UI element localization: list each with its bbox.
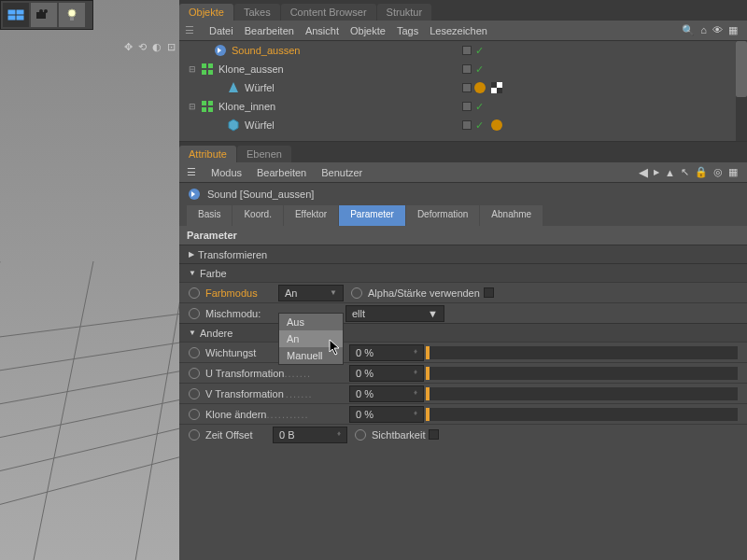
enable-check-icon[interactable]: ✓ xyxy=(475,101,484,113)
hierarchy-scrollbar[interactable] xyxy=(736,41,747,141)
spinner-icon[interactable]: ♦ xyxy=(414,388,417,399)
spinner-icon[interactable]: ♦ xyxy=(337,429,341,441)
group-transformieren[interactable]: ▶Transformieren xyxy=(179,245,747,263)
search-icon[interactable]: ↖ xyxy=(681,166,689,178)
group-andere[interactable]: ▼Andere xyxy=(179,323,747,342)
farbmodus-select[interactable]: An▼ xyxy=(278,285,344,301)
viewport-nav-icons[interactable]: ✥⟲◐⊡ xyxy=(124,41,176,53)
enable-check-icon[interactable]: ✓ xyxy=(475,119,484,132)
visibility-toggle[interactable] xyxy=(462,83,472,92)
menu-tags[interactable]: Tags xyxy=(397,25,418,36)
label-alpha: Alpha/Stärke verwenden xyxy=(368,287,480,299)
texture-tag-icon[interactable] xyxy=(489,80,504,95)
spinner-icon[interactable]: ♦ xyxy=(414,409,417,420)
material-tag-icon[interactable] xyxy=(472,80,487,95)
menu-ansicht[interactable]: Ansicht xyxy=(305,25,339,36)
object-hierarchy[interactable]: Sound_aussen ✓ ⊟ Klone_aussen ✓ Würfel ✓… xyxy=(179,41,747,142)
ptab-deformation[interactable]: Deformation xyxy=(406,205,479,226)
visibility-toggle[interactable] xyxy=(462,102,472,111)
vtrans-slider[interactable] xyxy=(426,387,738,400)
ptab-abnahme[interactable]: Abnahme xyxy=(480,205,543,226)
tab-struktur[interactable]: Struktur xyxy=(377,4,432,21)
spinner-icon[interactable]: ♦ xyxy=(414,368,417,379)
material-tag-icon[interactable] xyxy=(489,118,504,133)
hierarchy-row-wuerfel1[interactable]: Würfel ✓ xyxy=(179,78,747,97)
anim-radio[interactable] xyxy=(351,287,362,299)
nav-up-icon[interactable]: ▲ xyxy=(665,167,675,178)
utrans-slider[interactable] xyxy=(426,367,738,380)
klone-slider[interactable] xyxy=(426,408,738,421)
spinner-icon[interactable]: ♦ xyxy=(414,347,417,358)
tab-takes[interactable]: Takes xyxy=(234,4,280,21)
search-icon[interactable]: 🔍 xyxy=(682,24,695,36)
farbmodus-dropdown-popup[interactable]: Aus An Manuell xyxy=(278,313,344,365)
enable-check-icon[interactable]: ✓ xyxy=(475,45,484,57)
visibility-toggle[interactable] xyxy=(462,120,472,130)
tab-attribute[interactable]: Attribute xyxy=(179,146,236,162)
hierarchy-row-sound[interactable]: Sound_aussen ✓ xyxy=(179,41,747,60)
viewport-3d[interactable]: ✥⟲◐⊡ xyxy=(0,0,179,560)
option-an[interactable]: An xyxy=(279,330,343,347)
panel-icon[interactable]: ▦ xyxy=(728,24,738,36)
view-grid-icon[interactable] xyxy=(3,3,29,27)
object-name[interactable]: Sound_aussen xyxy=(232,45,300,56)
anim-radio[interactable] xyxy=(189,429,200,441)
object-name[interactable]: Klone_aussen xyxy=(218,63,284,75)
mischmodus-select[interactable]: ellt▼ xyxy=(345,305,444,322)
tab-content-browser[interactable]: Content Browser xyxy=(281,4,376,21)
expand-toggle[interactable]: ⊟ xyxy=(189,102,200,111)
menu-lesezeichen[interactable]: Lesezeichen xyxy=(430,25,487,36)
wichtung-slider[interactable] xyxy=(426,346,738,359)
expand-toggle[interactable]: ⊟ xyxy=(189,64,200,74)
menu-benutzer[interactable]: Benutzer xyxy=(321,167,362,178)
home-icon[interactable]: ⌂ xyxy=(700,24,707,36)
anim-radio[interactable] xyxy=(189,308,200,319)
menu-icon[interactable]: ☰ xyxy=(187,166,196,178)
target-icon[interactable]: ◎ xyxy=(713,166,723,178)
lock-icon[interactable]: 🔒 xyxy=(695,166,708,178)
anim-radio[interactable] xyxy=(189,409,200,420)
hierarchy-row-klone-aussen[interactable]: ⊟ Klone_aussen ✓ xyxy=(179,60,747,78)
ptab-basis[interactable]: Basis xyxy=(187,205,232,226)
alpha-checkbox[interactable] xyxy=(484,287,494,298)
enable-check-icon[interactable]: ✓ xyxy=(475,63,484,76)
tab-ebenen[interactable]: Ebenen xyxy=(237,146,291,162)
menu-modus[interactable]: Modus xyxy=(211,167,242,178)
nav-back-icon[interactable]: ◀ xyxy=(639,165,648,179)
menu-icon[interactable]: ☰ xyxy=(185,24,198,37)
hierarchy-row-klone-innen[interactable]: ⊟ Klone_innen ✓ xyxy=(179,97,747,116)
sound-effector-icon xyxy=(213,43,228,58)
object-name[interactable]: Klone_innen xyxy=(218,101,275,112)
anim-radio[interactable] xyxy=(189,368,200,379)
light-icon[interactable] xyxy=(59,3,85,27)
visibility-toggle[interactable] xyxy=(462,64,472,74)
object-name[interactable]: Würfel xyxy=(245,119,275,131)
object-name[interactable]: Würfel xyxy=(245,82,275,93)
utrans-field[interactable]: 0 %♦ xyxy=(349,365,424,382)
menu-objekte[interactable]: Objekte xyxy=(350,25,386,36)
tab-objekte[interactable]: Objekte xyxy=(179,4,233,21)
hierarchy-row-wuerfel2[interactable]: Würfel ✓ xyxy=(179,116,747,134)
menu-datei[interactable]: Datei xyxy=(209,25,233,36)
anim-radio[interactable] xyxy=(189,287,200,299)
visibility-toggle[interactable] xyxy=(462,46,472,55)
klone-field[interactable]: 0 %♦ xyxy=(349,406,424,423)
option-manuell[interactable]: Manuell xyxy=(279,347,343,364)
group-farbe[interactable]: ▼Farbe xyxy=(179,263,747,282)
ptab-effektor[interactable]: Effektor xyxy=(284,205,338,226)
vtrans-field[interactable]: 0 %♦ xyxy=(349,385,424,402)
menu-bearbeiten[interactable]: Bearbeiten xyxy=(257,167,306,178)
camera-icon[interactable] xyxy=(31,3,57,27)
ptab-parameter[interactable]: Parameter xyxy=(339,205,405,226)
sichtbarkeit-checkbox[interactable] xyxy=(429,429,439,440)
zeit-field[interactable]: 0 B♦ xyxy=(273,427,347,443)
panel-icon[interactable]: ▦ xyxy=(728,166,738,178)
menu-bearbeiten[interactable]: Bearbeiten xyxy=(245,25,294,36)
anim-radio[interactable] xyxy=(189,388,200,399)
eye-icon[interactable]: 👁 xyxy=(712,24,723,36)
anim-radio[interactable] xyxy=(189,347,200,358)
option-aus[interactable]: Aus xyxy=(279,314,343,330)
anim-radio[interactable] xyxy=(355,429,366,441)
wichtung-field[interactable]: 0 %♦ xyxy=(349,344,424,361)
ptab-koord[interactable]: Koord. xyxy=(233,205,282,226)
